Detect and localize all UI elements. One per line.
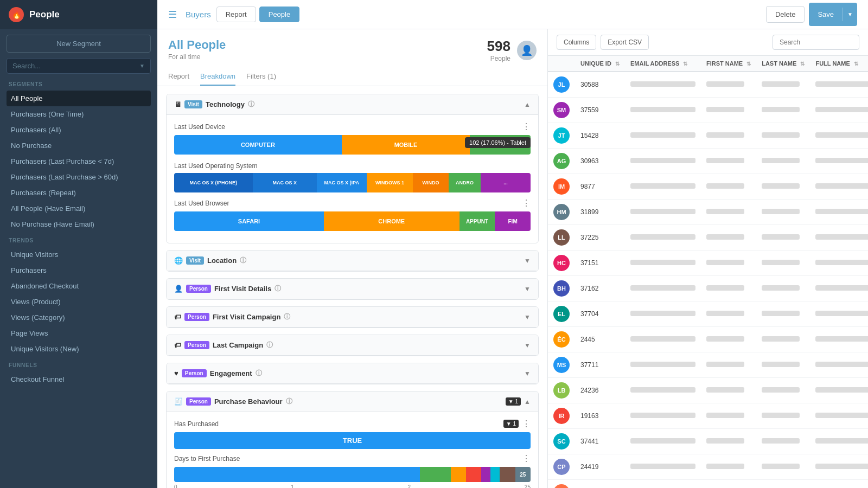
days-menu-icon[interactable]: ⋮: [522, 453, 531, 464]
tab-report[interactable]: Report: [168, 68, 189, 86]
table-row[interactable]: HC 37151 2 hours ago a mont: [548, 251, 868, 276]
table-row[interactable]: IR 19163 4 hours ago 4 hour: [548, 403, 868, 429]
cell-last-name: [756, 403, 810, 429]
cell-email: [625, 352, 701, 378]
table-row[interactable]: AB 32443 5 hours ago 5 hour: [548, 480, 868, 489]
engagement-title: ♥ Person Engagement ⓘ: [174, 369, 262, 378]
has-purchased-menu-icon[interactable]: ⋮: [522, 419, 531, 429]
sidebar-item-page-views[interactable]: Page Views: [7, 325, 151, 341]
sidebar-item-no-purchase-email[interactable]: No Purchase (Have Email): [7, 216, 151, 232]
table-row[interactable]: LB 24236 3 hours ago 9 days: [548, 378, 868, 403]
purchase-behaviour-header[interactable]: 🧾 Person Purchase Behaviour ⓘ ▼ 1 ▲: [167, 391, 538, 412]
sidebar-item-no-purchase[interactable]: No Purchase: [7, 138, 151, 153]
full-name-blurred: [815, 183, 868, 189]
cell-unique-id: 19163: [575, 403, 625, 429]
table-row[interactable]: SM 37559 an hour ago 9 days: [548, 98, 868, 123]
cell-first-name: [701, 200, 756, 225]
purchase-behaviour-title: 🧾 Person Purchase Behaviour ⓘ: [174, 397, 292, 406]
sidebar-item-all-people-email[interactable]: All People (Have Email): [7, 201, 151, 216]
sidebar-item-purchasers-one-time[interactable]: Purchasers (One Time): [7, 106, 151, 122]
cell-email: [625, 454, 701, 480]
col-first-name[interactable]: FIRST NAME ⇅: [701, 56, 756, 72]
chevron-down-icon-fvd: ▼: [524, 285, 531, 293]
email-blurred: [630, 387, 695, 393]
sidebar-item-unique-visitors-new[interactable]: Unique Visitors (New): [7, 341, 151, 357]
sidebar-item-checkout-funnel[interactable]: Checkout Funnel: [7, 371, 151, 387]
cell-unique-id: 30588: [575, 72, 625, 98]
table-row[interactable]: IM 9877 an hour ago 6 days: [548, 174, 868, 200]
device-menu-icon[interactable]: ⋮: [522, 121, 531, 132]
cell-full-name: [810, 72, 868, 98]
cell-last-name: [756, 72, 810, 98]
sidebar-item-purchasers-60d[interactable]: Purchasers (Last Purchase > 60d): [7, 169, 151, 185]
new-segment-button[interactable]: New Segment: [7, 35, 151, 53]
search-input[interactable]: [12, 62, 137, 70]
topbar: ☰ Buyers Report People Delete Save ▼: [157, 0, 868, 29]
tab-filters[interactable]: Filters (1): [246, 68, 276, 86]
tab-breakdown[interactable]: Breakdown: [200, 68, 235, 86]
delete-button[interactable]: Delete: [766, 6, 805, 23]
sidebar-item-views-product[interactable]: Views (Product): [7, 294, 151, 310]
col-last-name[interactable]: LAST NAME ⇅: [756, 56, 810, 72]
table-row[interactable]: MS 37711 3 hours ago 15 day: [548, 352, 868, 378]
sidebar-item-purchasers-repeat[interactable]: Purchasers (Repeat): [7, 185, 151, 201]
technology-section-header[interactable]: 🖥 Visit Technology ⓘ ▲: [167, 94, 538, 115]
table-row[interactable]: JL 30588 18 minutes ago a mont: [548, 72, 868, 98]
export-csv-button[interactable]: Export CSV: [601, 35, 649, 50]
days-bar-0: [174, 467, 420, 482]
avatar: CP: [553, 459, 570, 475]
save-dropdown-arrow[interactable]: ▼: [843, 8, 857, 21]
table-row[interactable]: SC 37441 4 hours ago 17 day: [548, 429, 868, 454]
days-label-25: 25: [525, 484, 531, 488]
col-email[interactable]: EMAIL ADDRESS ⇅: [625, 56, 701, 72]
first-name-blurred: [706, 81, 744, 87]
table-search-input[interactable]: [773, 35, 859, 50]
col-unique-id[interactable]: UNIQUE ID ⇅: [575, 56, 625, 72]
table-row[interactable]: AG 30963 an hour ago 7 days: [548, 149, 868, 174]
full-name-blurred: [815, 107, 868, 112]
panel-body: 🖥 Visit Technology ⓘ ▲ Last Used Device …: [157, 86, 547, 488]
technology-title: 🖥 Visit Technology ⓘ: [174, 100, 254, 109]
table-row[interactable]: LL 37225 2 hours ago a mont: [548, 225, 868, 251]
email-blurred: [630, 132, 695, 138]
browser-menu-icon[interactable]: ⋮: [522, 198, 531, 208]
engagement-header[interactable]: ♥ Person Engagement ⓘ ▼: [167, 363, 538, 384]
first-visit-campaign-header[interactable]: 🏷 Person First Visit Campaign ⓘ ▼: [167, 307, 538, 328]
table-row[interactable]: CP 24419 4 hours ago 23 day: [548, 454, 868, 480]
last-campaign-title: 🏷 Person Last Campaign ⓘ: [174, 341, 273, 350]
first-visit-campaign-title: 🏷 Person First Visit Campaign ⓘ: [174, 312, 290, 322]
cell-full-name: [810, 200, 868, 225]
cell-unique-id: 37225: [575, 225, 625, 251]
table-row[interactable]: HM 31899 an hour ago a mont: [548, 200, 868, 225]
chevron-down-icon-location: ▼: [524, 257, 531, 265]
hamburger-icon[interactable]: ☰: [168, 9, 177, 21]
purchase-behaviour-controls: ▼ 1 ▲: [506, 397, 531, 406]
sidebar-item-purchasers-all[interactable]: Purchasers (All): [7, 122, 151, 138]
cell-last-name: [756, 200, 810, 225]
first-visit-details-header[interactable]: 👤 Person First Visit Details ⓘ ▼: [167, 279, 538, 299]
table-row[interactable]: EL 37704 2 hours ago a day a: [548, 301, 868, 327]
sidebar-item-unique-visitors[interactable]: Unique Visitors: [7, 247, 151, 262]
days-to-first-purchase-label: Days to First Purchase ⋮: [174, 453, 531, 464]
columns-button[interactable]: Columns: [557, 35, 596, 50]
breadcrumb-buyers[interactable]: Buyers: [186, 10, 211, 19]
sidebar-item-purchasers-trend[interactable]: Purchasers: [7, 262, 151, 278]
location-section-header[interactable]: 🌐 Visit Location ⓘ ▼: [167, 251, 538, 271]
tab-people[interactable]: People: [259, 7, 299, 22]
save-button[interactable]: Save ▼: [809, 3, 857, 26]
chevron-down-icon-fvc: ▼: [524, 313, 531, 321]
tab-report[interactable]: Report: [216, 7, 256, 22]
table-row[interactable]: JT 15428 an hour ago a mont: [548, 123, 868, 149]
days-bar-4: [481, 467, 490, 482]
sidebar-item-all-people[interactable]: All People: [7, 91, 151, 106]
table-row[interactable]: ÉC 2445 3 hours ago 5 hour: [548, 327, 868, 352]
last-campaign-header[interactable]: 🏷 Person Last Campaign ⓘ ▼: [167, 335, 538, 356]
safari-bar: SAFARI: [174, 211, 324, 231]
sidebar-item-purchasers-7d[interactable]: Purchasers (Last Purchase < 7d): [7, 153, 151, 169]
col-full-name[interactable]: FULL NAME ⇅: [810, 56, 868, 72]
avatar-cell: IR: [548, 403, 575, 429]
sidebar-item-abandoned-checkout[interactable]: Abandoned Checkout: [7, 278, 151, 294]
macos-iphone-bar: MAC OS X (IPHONE): [174, 173, 253, 192]
table-row[interactable]: BH 37162 2 hours ago a mont: [548, 276, 868, 301]
sidebar-item-views-category[interactable]: Views (Category): [7, 310, 151, 325]
